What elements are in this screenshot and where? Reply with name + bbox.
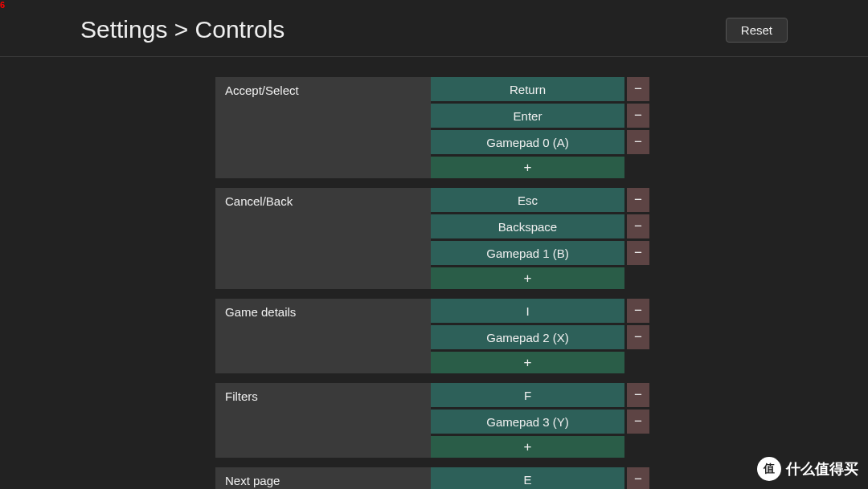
control-section-filters: Filters F − Gamepad 3 (Y) − +	[215, 383, 649, 458]
section-bindings: Esc − Backspace − Gamepad 1 (B) − +	[431, 188, 649, 289]
reset-button[interactable]: Reset	[726, 18, 788, 43]
binding-key-button[interactable]: E	[431, 467, 624, 489]
binding-key-button[interactable]: I	[431, 299, 624, 323]
section-bindings: Return − Enter − Gamepad 0 (A) − +	[431, 77, 649, 178]
watermark-badge-icon: 值	[757, 457, 781, 481]
add-binding-button[interactable]: +	[431, 352, 624, 373]
section-bindings: F − Gamepad 3 (Y) − +	[431, 383, 649, 458]
binding-row: Esc −	[431, 188, 649, 212]
binding-row: Gamepad 1 (B) −	[431, 241, 649, 265]
watermark: 值 什么值得买	[757, 457, 858, 481]
binding-row: Enter −	[431, 104, 649, 128]
binding-key-button[interactable]: Return	[431, 77, 624, 101]
binding-row: Backspace −	[431, 214, 649, 238]
section-label: Next page	[215, 467, 431, 489]
remove-binding-button[interactable]: −	[627, 130, 649, 154]
remove-binding-button[interactable]: −	[627, 104, 649, 128]
binding-key-button[interactable]: Gamepad 2 (X)	[431, 325, 624, 349]
section-label: Game details	[215, 299, 431, 373]
binding-key-button[interactable]: Gamepad 0 (A)	[431, 130, 624, 154]
control-section-details: Game details I − Gamepad 2 (X) − +	[215, 299, 649, 373]
debug-indicator: 6	[0, 0, 5, 10]
section-label: Accept/Select	[215, 77, 431, 178]
add-binding-button[interactable]: +	[431, 436, 624, 458]
remove-binding-button[interactable]: −	[627, 467, 649, 489]
breadcrumb: Settings > Controls	[80, 16, 285, 43]
remove-binding-button[interactable]: −	[627, 325, 649, 349]
binding-row: Gamepad 2 (X) −	[431, 325, 649, 349]
section-label: Cancel/Back	[215, 188, 431, 289]
control-section-nextpage: Next page E −	[215, 467, 649, 489]
binding-row: Gamepad 3 (Y) −	[431, 410, 649, 434]
remove-binding-button[interactable]: −	[627, 188, 649, 212]
control-section-accept: Accept/Select Return − Enter − Gamepad 0…	[215, 77, 649, 178]
binding-row: Gamepad 0 (A) −	[431, 130, 649, 154]
remove-binding-button[interactable]: −	[627, 77, 649, 101]
section-bindings: E −	[431, 467, 649, 489]
controls-content: Accept/Select Return − Enter − Gamepad 0…	[215, 57, 649, 489]
binding-key-button[interactable]: Gamepad 1 (B)	[431, 241, 624, 265]
section-label: Filters	[215, 383, 431, 458]
binding-row: Return −	[431, 77, 649, 101]
section-bindings: I − Gamepad 2 (X) − +	[431, 299, 649, 373]
control-section-cancel: Cancel/Back Esc − Backspace − Gamepad 1 …	[215, 188, 649, 289]
remove-binding-button[interactable]: −	[627, 299, 649, 323]
binding-key-button[interactable]: F	[431, 383, 624, 407]
binding-row: E −	[431, 467, 649, 489]
remove-binding-button[interactable]: −	[627, 383, 649, 407]
binding-key-button[interactable]: Gamepad 3 (Y)	[431, 410, 624, 434]
binding-row: F −	[431, 383, 649, 407]
binding-key-button[interactable]: Backspace	[431, 214, 624, 238]
watermark-text: 什么值得买	[786, 459, 858, 479]
binding-row: I −	[431, 299, 649, 323]
remove-binding-button[interactable]: −	[627, 214, 649, 238]
remove-binding-button[interactable]: −	[627, 241, 649, 265]
binding-key-button[interactable]: Esc	[431, 188, 624, 212]
remove-binding-button[interactable]: −	[627, 410, 649, 434]
add-binding-button[interactable]: +	[431, 157, 624, 178]
binding-key-button[interactable]: Enter	[431, 104, 624, 128]
add-binding-button[interactable]: +	[431, 267, 624, 289]
header: Settings > Controls Reset	[0, 0, 868, 57]
